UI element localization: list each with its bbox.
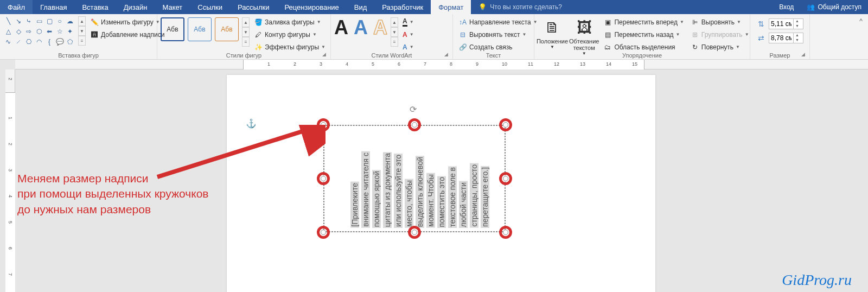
shape-style-down[interactable]: ▼ [242,27,250,37]
tab-view[interactable]: Вид [347,0,375,14]
shape-style-up[interactable]: ▲ [242,17,250,27]
wordart-preset-2[interactable]: A [354,16,368,39]
align-text-button[interactable]: ⊟ Выровнять текст ▼ [456,29,540,40]
vertical-ruler[interactable]: 2 1 2 3 4 5 6 7 [5,69,15,292]
shape-misc[interactable]: ⬠ [65,37,75,47]
sign-in-button[interactable]: Вход [773,3,800,11]
shape-effects-button[interactable]: ✨ Эффекты фигуры ▼ [252,41,328,53]
width-input[interactable]: ▲▼ [769,33,803,43]
text-line: [Привлеките [350,182,359,228]
shape-arrow[interactable]: ⇨ [24,27,34,36]
wordart-preset-3[interactable]: A [373,16,387,39]
tab-mailings[interactable]: Рассылки [230,0,277,14]
annotation-line-1: Меняем размер надписи [17,171,209,186]
rotate-handle[interactable]: ⟳ [410,104,417,115]
shapes-scroll-down[interactable]: ▼ [78,26,86,36]
send-backward-button[interactable]: ▤ Переместить назад ▼ [601,29,686,40]
height-up[interactable]: ▲ [793,19,801,24]
size-launcher[interactable]: ◢ [801,52,808,58]
text-outline-button[interactable]: A▼ [400,29,416,40]
wordart-preset-1[interactable]: A [334,16,348,39]
shape-curve[interactable]: ∿ [3,37,13,47]
wordart-expand[interactable]: ≡ [391,37,398,47]
shape-style-expand[interactable]: ≡ [242,37,250,47]
shape-style-preset-2[interactable]: Абв [188,17,212,41]
tab-file[interactable]: Файл [0,0,33,14]
tab-design[interactable]: Дизайн [116,0,155,14]
group-objects-button: ⊞ Группировать ▼ [688,29,751,40]
tab-format[interactable]: Формат [431,0,471,14]
text-fill-button[interactable]: A▼ [400,16,416,28]
selection-pane-button[interactable]: 🗂 Область выделения [601,41,686,53]
shape-line[interactable]: ╲ [3,16,13,26]
shape-cloud[interactable]: ☁ [65,16,75,26]
shape-callout[interactable]: 💬 [55,37,65,47]
edit-shape-button[interactable]: ✏️ Изменить фигуру ▼ [88,16,167,28]
shape-triangle[interactable]: △ [3,27,13,36]
tab-review[interactable]: Рецензирование [277,0,346,14]
tab-references[interactable]: Ссылки [190,0,230,14]
shape-rect[interactable]: ▭ [34,16,44,26]
shape-round-rect[interactable]: ▢ [44,16,54,26]
shape-star[interactable]: ☆ [55,27,65,36]
send-backward-label: Переместить назад [614,31,673,39]
create-link-button[interactable]: 🔗 Создать связь [456,41,540,53]
shape-arrow-line[interactable]: ↘ [14,16,23,26]
text-effects-button[interactable]: A▼ [400,41,416,53]
textbox-content[interactable]: [Привлеките внимание читателя с помощью … [350,129,494,228]
position-button[interactable]: 🗎 Положение ▼ [538,16,567,51]
selected-textbox[interactable]: ⟳ [Привлеките внимание читателя с помощь… [323,125,506,232]
wordart-launcher[interactable]: ◢ [444,52,451,58]
height-down[interactable]: ▼ [793,24,801,29]
shape-bracket[interactable]: { [44,37,54,47]
wordart-up[interactable]: ▲ [391,17,398,27]
shape-styles-launcher[interactable]: ◢ [322,52,329,58]
draw-textbox-button[interactable]: 🅰 Добавление надписи [88,29,167,40]
document-page[interactable]: ⚓ ⟳ [Привлеките внимание читателя с помо… [227,75,655,292]
draw-textbox-label: Добавление надписи [101,31,165,39]
shape-oval[interactable]: ○ [55,16,65,26]
text-direction-button[interactable]: ↕A Направление текста ▼ [456,16,540,28]
shape-star2[interactable]: ✦ [65,27,75,36]
collapse-ribbon-button[interactable]: ^ [856,16,866,26]
tell-me-search[interactable]: 💡 Что вы хотите сделать? [471,0,773,14]
horizontal-ruler[interactable]: 1 2 3 4 5 6 7 8 9 10 11 12 13 14 15 [15,60,868,69]
shape-connector[interactable]: ⤷ [24,16,34,26]
shape-arrow2[interactable]: ⬅ [44,27,54,36]
width-value[interactable] [769,34,793,42]
shape-style-preset-3[interactable]: Абв [215,17,239,41]
shape-diamond[interactable]: ◇ [14,27,23,36]
group-label: Группировать [701,31,743,39]
shapes-gallery[interactable]: ╲ ↘ ⤷ ▭ ▢ ○ ☁ △ ◇ ⇨ ⬡ ⬅ ☆ ✦ ∿ ⟋ ⎔ ◠ { 💬 [3,16,75,47]
rotate-button[interactable]: ↻ Повернуть ▼ [688,41,751,53]
shape-outline-button[interactable]: 🖊 Контур фигуры ▼ [252,29,328,40]
tab-insert[interactable]: Вставка [74,0,116,14]
shape-free[interactable]: ⎔ [24,37,34,47]
shapes-gallery-expand[interactable]: ≡ [78,36,86,46]
group-label-text: Текст [453,52,534,59]
bring-forward-button[interactable]: ▣ Переместить вперед ▼ [601,16,686,28]
watermark: GidProg.ru [782,271,852,289]
shape-fill-button[interactable]: 🪣 Заливка фигуры ▼ [252,16,328,28]
share-button[interactable]: 👥 Общий доступ [800,3,868,11]
annotation-ring [317,172,330,185]
shape-style-gallery[interactable]: Абв Абв Абв [161,16,239,41]
width-up[interactable]: ▲ [793,33,801,38]
width-down[interactable]: ▼ [793,38,801,43]
tab-layout[interactable]: Макет [155,0,190,14]
align-button[interactable]: ⊫ Выровнять ▼ [688,16,751,28]
shapes-scroll-up[interactable]: ▲ [78,16,86,26]
height-input[interactable]: ▲▼ [769,18,803,29]
wordart-gallery[interactable]: A A A [334,16,387,39]
wordart-down[interactable]: ▼ [391,27,398,37]
wrap-text-button[interactable]: 🖼 Обтекание текстом ▼ [569,16,599,51]
annotation-ring [499,226,512,239]
shape-free2[interactable]: ◠ [34,37,44,47]
height-value[interactable] [769,20,793,28]
shape-hexagon[interactable]: ⬡ [34,27,44,36]
shape-fill-label: Заливка фигуры [265,18,315,26]
tab-home[interactable]: Главная [33,0,74,14]
shape-curve2[interactable]: ⟋ [14,37,23,47]
tab-developer[interactable]: Разработчик [374,0,431,14]
shape-style-preset-1[interactable]: Абв [161,17,184,41]
